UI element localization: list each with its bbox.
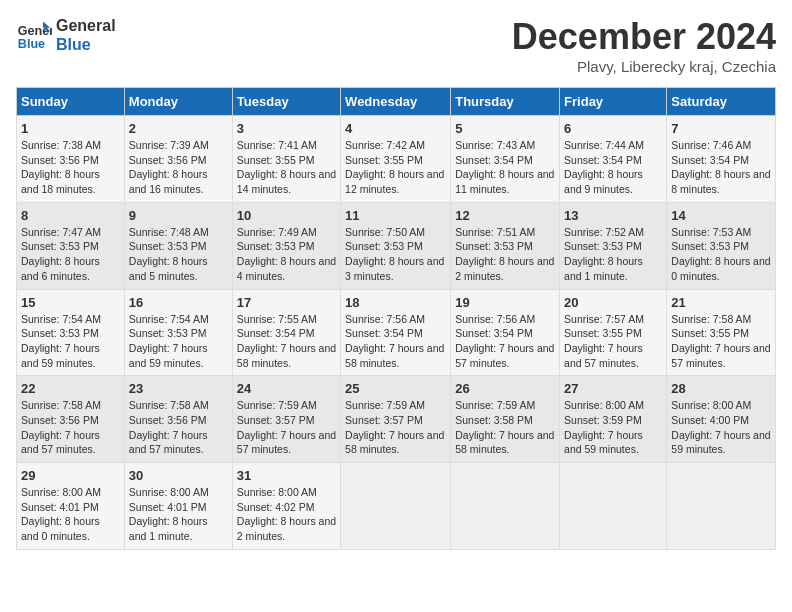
day-number: 7 (671, 121, 771, 136)
daylight-text: Daylight: 7 hours and 59 minutes. (129, 341, 228, 370)
sunrise-text: Sunrise: 7:59 AM (237, 398, 336, 413)
day-number: 3 (237, 121, 336, 136)
sunrise-text: Sunrise: 7:43 AM (455, 138, 555, 153)
day-detail: Sunrise: 7:59 AM Sunset: 3:58 PM Dayligh… (455, 398, 555, 457)
calendar-cell (560, 463, 667, 550)
sunrise-text: Sunrise: 7:58 AM (671, 312, 771, 327)
day-number: 28 (671, 381, 771, 396)
logo-text: General Blue (56, 16, 116, 54)
daylight-text: Daylight: 8 hours and 5 minutes. (129, 254, 228, 283)
day-number: 17 (237, 295, 336, 310)
calendar-cell: 12 Sunrise: 7:51 AM Sunset: 3:53 PM Dayl… (451, 202, 560, 289)
sunrise-text: Sunrise: 7:56 AM (345, 312, 446, 327)
daylight-text: Daylight: 7 hours and 58 minutes. (455, 428, 555, 457)
day-detail: Sunrise: 7:58 AM Sunset: 3:55 PM Dayligh… (671, 312, 771, 371)
sunrise-text: Sunrise: 7:50 AM (345, 225, 446, 240)
daylight-text: Daylight: 8 hours and 18 minutes. (21, 167, 120, 196)
day-detail: Sunrise: 7:52 AM Sunset: 3:53 PM Dayligh… (564, 225, 662, 284)
calendar-cell (451, 463, 560, 550)
day-number: 24 (237, 381, 336, 396)
sunset-text: Sunset: 3:54 PM (671, 153, 771, 168)
svg-text:Blue: Blue (18, 37, 45, 51)
day-detail: Sunrise: 7:58 AM Sunset: 3:56 PM Dayligh… (129, 398, 228, 457)
sunset-text: Sunset: 3:53 PM (455, 239, 555, 254)
sunset-text: Sunset: 3:53 PM (564, 239, 662, 254)
subtitle: Plavy, Liberecky kraj, Czechia (512, 58, 776, 75)
daylight-text: Daylight: 7 hours and 57 minutes. (564, 341, 662, 370)
sunrise-text: Sunrise: 7:57 AM (564, 312, 662, 327)
sunset-text: Sunset: 3:54 PM (455, 153, 555, 168)
day-detail: Sunrise: 7:41 AM Sunset: 3:55 PM Dayligh… (237, 138, 336, 197)
calendar-cell: 19 Sunrise: 7:56 AM Sunset: 3:54 PM Dayl… (451, 289, 560, 376)
calendar-cell: 8 Sunrise: 7:47 AM Sunset: 3:53 PM Dayli… (17, 202, 125, 289)
sunrise-text: Sunrise: 7:54 AM (21, 312, 120, 327)
sunset-text: Sunset: 3:54 PM (455, 326, 555, 341)
day-detail: Sunrise: 7:54 AM Sunset: 3:53 PM Dayligh… (129, 312, 228, 371)
day-detail: Sunrise: 7:53 AM Sunset: 3:53 PM Dayligh… (671, 225, 771, 284)
day-number: 2 (129, 121, 228, 136)
sunset-text: Sunset: 3:59 PM (564, 413, 662, 428)
calendar-cell (341, 463, 451, 550)
calendar-week-3: 15 Sunrise: 7:54 AM Sunset: 3:53 PM Dayl… (17, 289, 776, 376)
sunrise-text: Sunrise: 7:44 AM (564, 138, 662, 153)
calendar-cell: 23 Sunrise: 7:58 AM Sunset: 3:56 PM Dayl… (124, 376, 232, 463)
sunrise-text: Sunrise: 7:47 AM (21, 225, 120, 240)
column-header-saturday: Saturday (667, 88, 776, 116)
calendar-cell: 21 Sunrise: 7:58 AM Sunset: 3:55 PM Dayl… (667, 289, 776, 376)
daylight-text: Daylight: 8 hours and 6 minutes. (21, 254, 120, 283)
title-block: December 2024 Plavy, Liberecky kraj, Cze… (512, 16, 776, 75)
day-detail: Sunrise: 7:49 AM Sunset: 3:53 PM Dayligh… (237, 225, 336, 284)
calendar-cell: 14 Sunrise: 7:53 AM Sunset: 3:53 PM Dayl… (667, 202, 776, 289)
day-detail: Sunrise: 7:51 AM Sunset: 3:53 PM Dayligh… (455, 225, 555, 284)
daylight-text: Daylight: 8 hours and 11 minutes. (455, 167, 555, 196)
sunrise-text: Sunrise: 8:00 AM (21, 485, 120, 500)
calendar-cell: 5 Sunrise: 7:43 AM Sunset: 3:54 PM Dayli… (451, 116, 560, 203)
calendar-cell: 20 Sunrise: 7:57 AM Sunset: 3:55 PM Dayl… (560, 289, 667, 376)
daylight-text: Daylight: 8 hours and 8 minutes. (671, 167, 771, 196)
page-header: General Blue General Blue December 2024 … (16, 16, 776, 75)
day-detail: Sunrise: 7:38 AM Sunset: 3:56 PM Dayligh… (21, 138, 120, 197)
daylight-text: Daylight: 7 hours and 59 minutes. (564, 428, 662, 457)
day-number: 22 (21, 381, 120, 396)
calendar-cell: 2 Sunrise: 7:39 AM Sunset: 3:56 PM Dayli… (124, 116, 232, 203)
daylight-text: Daylight: 7 hours and 59 minutes. (21, 341, 120, 370)
sunrise-text: Sunrise: 7:49 AM (237, 225, 336, 240)
calendar-cell: 6 Sunrise: 7:44 AM Sunset: 3:54 PM Dayli… (560, 116, 667, 203)
day-number: 23 (129, 381, 228, 396)
sunset-text: Sunset: 3:53 PM (129, 326, 228, 341)
sunrise-text: Sunrise: 8:00 AM (671, 398, 771, 413)
calendar-cell: 15 Sunrise: 7:54 AM Sunset: 3:53 PM Dayl… (17, 289, 125, 376)
day-detail: Sunrise: 7:43 AM Sunset: 3:54 PM Dayligh… (455, 138, 555, 197)
calendar-cell: 31 Sunrise: 8:00 AM Sunset: 4:02 PM Dayl… (232, 463, 340, 550)
daylight-text: Daylight: 8 hours and 1 minute. (129, 514, 228, 543)
day-number: 30 (129, 468, 228, 483)
day-detail: Sunrise: 7:47 AM Sunset: 3:53 PM Dayligh… (21, 225, 120, 284)
day-number: 25 (345, 381, 446, 396)
sunset-text: Sunset: 4:02 PM (237, 500, 336, 515)
sunrise-text: Sunrise: 7:58 AM (21, 398, 120, 413)
calendar-cell: 13 Sunrise: 7:52 AM Sunset: 3:53 PM Dayl… (560, 202, 667, 289)
day-detail: Sunrise: 7:39 AM Sunset: 3:56 PM Dayligh… (129, 138, 228, 197)
day-detail: Sunrise: 8:00 AM Sunset: 4:01 PM Dayligh… (129, 485, 228, 544)
daylight-text: Daylight: 8 hours and 4 minutes. (237, 254, 336, 283)
sunset-text: Sunset: 3:55 PM (671, 326, 771, 341)
day-number: 8 (21, 208, 120, 223)
day-number: 4 (345, 121, 446, 136)
calendar-cell (667, 463, 776, 550)
day-detail: Sunrise: 8:00 AM Sunset: 4:02 PM Dayligh… (237, 485, 336, 544)
day-detail: Sunrise: 7:50 AM Sunset: 3:53 PM Dayligh… (345, 225, 446, 284)
day-number: 14 (671, 208, 771, 223)
day-number: 31 (237, 468, 336, 483)
sunset-text: Sunset: 3:54 PM (237, 326, 336, 341)
calendar-cell: 27 Sunrise: 8:00 AM Sunset: 3:59 PM Dayl… (560, 376, 667, 463)
daylight-text: Daylight: 8 hours and 9 minutes. (564, 167, 662, 196)
sunrise-text: Sunrise: 7:39 AM (129, 138, 228, 153)
calendar-body: 1 Sunrise: 7:38 AM Sunset: 3:56 PM Dayli… (17, 116, 776, 550)
daylight-text: Daylight: 8 hours and 0 minutes. (21, 514, 120, 543)
day-number: 18 (345, 295, 446, 310)
logo: General Blue General Blue (16, 16, 116, 54)
column-header-friday: Friday (560, 88, 667, 116)
day-detail: Sunrise: 7:55 AM Sunset: 3:54 PM Dayligh… (237, 312, 336, 371)
sunset-text: Sunset: 3:58 PM (455, 413, 555, 428)
daylight-text: Daylight: 8 hours and 2 minutes. (455, 254, 555, 283)
